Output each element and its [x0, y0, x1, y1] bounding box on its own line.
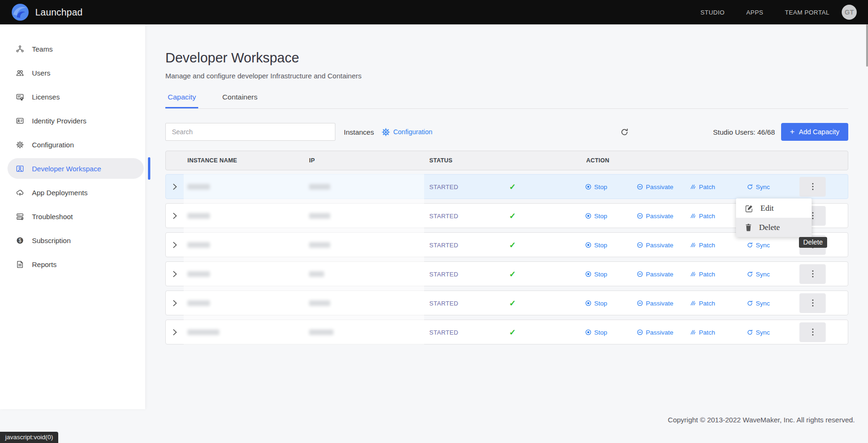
passivate-action-label: Passivate [646, 270, 674, 277]
chevron-right-icon[interactable] [173, 329, 177, 336]
status-label: STARTED [429, 212, 458, 219]
search-input[interactable] [165, 123, 335, 141]
configuration-link[interactable]: Configuration [382, 128, 432, 136]
sync-icon [747, 329, 753, 335]
tab-bar: CapacityContainers [165, 90, 848, 109]
menu-item-delete[interactable]: Delete [736, 218, 812, 237]
sidebar: TeamsUsersLicensesIdentity ProvidersConf… [0, 24, 145, 409]
chevron-right-icon[interactable] [173, 213, 177, 219]
passivate-action-link[interactable]: Passivate [637, 270, 674, 277]
sync-icon [747, 183, 753, 190]
patch-icon [690, 213, 696, 219]
plus-icon: + [790, 127, 795, 137]
stop-action-link[interactable]: Stop [585, 241, 607, 248]
passivate-action-link[interactable]: Passivate [637, 299, 674, 306]
sidebar-item-label: Identity Providers [32, 117, 86, 125]
patch-icon [690, 183, 696, 190]
sidebar-item-developer-workspace[interactable]: Developer Workspace [8, 158, 144, 179]
stop-icon [585, 271, 591, 277]
add-capacity-button[interactable]: + Add Capacity [781, 123, 848, 141]
table-rows: STARTED✓StopPassivatePatchSyncSTARTED✓St… [165, 174, 848, 344]
stop-action-label: Stop [594, 299, 607, 306]
passivate-action-link[interactable]: Passivate [637, 183, 674, 190]
passivate-action-label: Passivate [646, 212, 674, 219]
sidebar-item-label: Licenses [32, 93, 60, 101]
sidebar-item-reports[interactable]: Reports [0, 254, 145, 275]
avatar[interactable]: GT [842, 5, 857, 20]
row-menu-button[interactable] [799, 177, 826, 197]
copyright-text: Copyright © 2013-2022 WaveMaker, Inc. Al… [668, 416, 855, 443]
delete-icon [745, 223, 752, 231]
row-menu-button[interactable] [799, 293, 826, 313]
patch-action-link[interactable]: Patch [690, 270, 715, 277]
ip-redacted [309, 213, 330, 219]
sync-action-link[interactable]: Sync [747, 183, 770, 190]
stop-action-label: Stop [594, 183, 607, 190]
sync-action-link[interactable]: Sync [747, 328, 770, 336]
footer: Copyright © 2013-2022 WaveMaker, Inc. Al… [0, 409, 868, 443]
stop-icon [585, 242, 591, 248]
chevron-right-icon[interactable] [173, 300, 177, 306]
sidebar-item-teams[interactable]: Teams [0, 38, 145, 59]
passivate-action-link[interactable]: Passivate [637, 212, 674, 219]
topnav-link-studio[interactable]: STUDIO [700, 9, 725, 16]
tab-containers[interactable]: Containers [220, 90, 260, 108]
menu-item-edit[interactable]: Edit [736, 199, 812, 218]
chevron-right-icon[interactable] [173, 242, 177, 248]
chevron-right-icon[interactable] [173, 271, 177, 277]
stop-icon [585, 329, 591, 335]
sync-action-link[interactable]: Sync [747, 241, 770, 248]
stop-action-link[interactable]: Stop [585, 299, 607, 306]
table-header: INSTANCE NAMEIPSTATUSACTION [165, 151, 848, 170]
patch-action-link[interactable]: Patch [690, 212, 715, 219]
row-menu-button[interactable] [799, 322, 826, 342]
tab-capacity[interactable]: Capacity [165, 90, 198, 108]
configuration-link-label: Configuration [393, 128, 432, 136]
stop-action-link[interactable]: Stop [585, 212, 607, 219]
row-menu-button[interactable] [799, 264, 826, 284]
stop-action-link[interactable]: Stop [585, 328, 607, 336]
main-content: Developer Workspace Manage and configure… [145, 24, 868, 409]
launchpad-logo-link[interactable]: Launchpad [11, 3, 83, 21]
status-label: STARTED [429, 270, 458, 277]
sync-action-link[interactable]: Sync [747, 299, 770, 306]
sidebar-item-configuration[interactable]: Configuration [0, 134, 145, 155]
ip-redacted [309, 329, 333, 335]
sync-icon [747, 271, 753, 277]
passivate-icon [637, 183, 643, 190]
sidebar-item-identity-providers[interactable]: Identity Providers [0, 110, 145, 131]
topnav-link-team-portal[interactable]: TEAM PORTAL [785, 9, 829, 16]
sidebar-item-subscription[interactable]: $Subscription [0, 230, 145, 251]
sidebar-item-label: Users [32, 69, 50, 77]
refresh-icon[interactable] [620, 128, 628, 136]
sidebar-item-label: Developer Workspace [32, 165, 101, 173]
sidebar-item-users[interactable]: Users [0, 62, 145, 83]
svg-text:$: $ [18, 237, 21, 243]
wavemaker-logo-icon [11, 3, 29, 21]
sync-action-link[interactable]: Sync [747, 270, 770, 277]
stop-action-link[interactable]: Stop [585, 183, 607, 190]
patch-action-link[interactable]: Patch [690, 299, 715, 306]
passivate-action-link[interactable]: Passivate [637, 328, 674, 336]
patch-action-link[interactable]: Patch [690, 183, 715, 190]
patch-action-label: Patch [699, 270, 715, 277]
subscription-icon: $ [16, 237, 24, 244]
studio-users-count: Studio Users: 46/68 [713, 128, 775, 136]
patch-action-link[interactable]: Patch [690, 328, 715, 336]
sidebar-item-licenses[interactable]: Licenses [0, 86, 145, 107]
status-label: STARTED [429, 299, 458, 306]
sidebar-item-app-deployments[interactable]: App Deployments [0, 182, 145, 203]
check-icon: ✓ [509, 211, 516, 221]
topnav-link-apps[interactable]: APPS [746, 9, 763, 16]
instances-label: Instances [344, 128, 374, 136]
stop-action-label: Stop [594, 241, 607, 248]
stop-icon [585, 183, 591, 190]
stop-action-link[interactable]: Stop [585, 270, 607, 277]
sidebar-item-troubleshoot[interactable]: Troubleshoot [0, 206, 145, 227]
ip-redacted [309, 300, 330, 306]
passivate-action-link[interactable]: Passivate [637, 241, 674, 248]
vertical-scrollbar[interactable] [866, 24, 868, 67]
patch-action-link[interactable]: Patch [690, 241, 715, 248]
column-header-instance-name: INSTANCE NAME [187, 157, 309, 164]
chevron-right-icon[interactable] [173, 183, 177, 190]
